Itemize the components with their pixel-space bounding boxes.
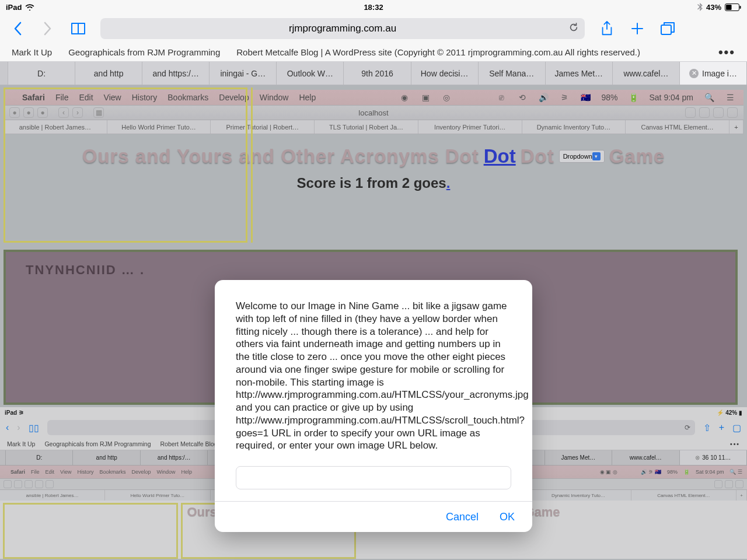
chevron-down-icon: ▾ <box>592 152 601 160</box>
score-dot-link[interactable]: . <box>446 175 451 191</box>
tile-top-left[interactable] <box>4 88 247 243</box>
hero-dropdown[interactable]: Dropdown▾ <box>559 150 605 163</box>
menu-extra-icon: ◉ <box>399 93 410 102</box>
tile-divider <box>251 88 253 243</box>
tab[interactable]: James Met… <box>546 62 613 85</box>
bookmark-item[interactable]: Geographicals from RJM Programming <box>68 47 220 57</box>
tab-active[interactable]: ✕Image i… <box>680 62 747 85</box>
alert-message: Welcome to our Image in Nine Game ... bi… <box>215 280 532 461</box>
forward-icon: › <box>17 422 20 433</box>
mac-tab: Dynamic Inventory Tuto… <box>522 120 626 134</box>
share-icon: ⇧ <box>703 422 711 433</box>
mac-tab: Canvas HTML Element… <box>626 120 729 134</box>
tab[interactable]: How decisi… <box>411 62 479 85</box>
menu-extra-icon: ◎ <box>441 93 452 102</box>
url-text: rjmprogramming.com.au <box>289 23 396 34</box>
tab-strip: D: and http and https:/… iningai - G… Ou… <box>0 62 747 85</box>
bookmarks-more-icon[interactable]: ••• <box>718 45 735 60</box>
tabs-icon: ▢ <box>732 422 741 433</box>
forward-button[interactable] <box>40 20 56 37</box>
battery-percent: 43% <box>706 3 721 12</box>
plus-icon: + <box>719 422 724 433</box>
tab[interactable]: www.cafel… <box>613 62 680 85</box>
mac-clock: Sat 9:04 pm <box>650 93 694 102</box>
tab[interactable]: and https:/… <box>142 62 210 85</box>
page-content: Safari File Edit View History Bookmarks … <box>0 85 747 560</box>
mac-right-tools <box>685 107 738 118</box>
clock: 18:32 <box>364 3 383 12</box>
mac-menu-item: Window <box>260 93 289 102</box>
javascript-prompt-dialog: Welcome to our Image in Nine Game ... bi… <box>215 280 532 532</box>
reload-icon: ⟳ <box>685 424 690 432</box>
tile-frame <box>3 503 178 559</box>
bookmarks-icon: ▯▯ <box>29 422 39 433</box>
url-bar[interactable]: rjmprogramming.com.au <box>100 18 585 39</box>
flag-icon: 🇦🇺 <box>580 93 591 102</box>
tabs-button[interactable] <box>659 20 676 37</box>
search-icon: 🔍 <box>704 93 714 102</box>
bookmarks-bar: Mark It Up Geographicals from RJM Progra… <box>0 43 747 62</box>
mac-tab-add: + <box>729 120 743 134</box>
bookmark-item[interactable]: Mark It Up <box>12 47 52 57</box>
close-icon[interactable]: ✕ <box>689 69 699 78</box>
wifi-icon <box>25 4 34 10</box>
svg-rect-2 <box>740 6 741 9</box>
display-icon: ⎚ <box>496 93 507 102</box>
safari-toolbar: rjmprogramming.com.au <box>0 14 747 43</box>
device-label: iPad <box>6 3 22 12</box>
tab[interactable]: iningai - G… <box>210 62 277 85</box>
wifi-icon: ⚞ <box>559 93 570 102</box>
hero-link[interactable]: Dot <box>484 145 516 167</box>
tile-middle-text: TNYNHCNIID … . <box>26 262 145 278</box>
bluetooth-icon <box>697 3 703 11</box>
reload-icon[interactable] <box>568 22 579 36</box>
list-icon: ☰ <box>725 93 735 102</box>
svg-rect-3 <box>661 25 671 34</box>
ok-button[interactable]: OK <box>500 511 515 523</box>
battery-icon <box>725 4 741 11</box>
timemachine-icon: ⟲ <box>517 93 528 102</box>
mac-tab: TLS Tutorial | Robert Ja… <box>315 120 418 134</box>
tab-stub[interactable] <box>0 62 8 85</box>
tab[interactable]: 9th 2016 <box>344 62 411 85</box>
alert-input[interactable] <box>236 466 511 489</box>
new-tab-button[interactable] <box>629 20 645 37</box>
cancel-button[interactable]: Cancel <box>446 511 479 523</box>
battery-icon: 🔋 <box>629 93 639 102</box>
mac-url-text: localhost <box>358 108 388 117</box>
hero-text-tail: Dot <box>521 145 554 167</box>
bookmarks-button[interactable] <box>70 20 86 37</box>
back-icon: ‹ <box>6 422 9 433</box>
hero-text-right: Game <box>609 145 665 167</box>
tab[interactable]: Self Mana… <box>479 62 546 85</box>
share-button[interactable] <box>599 20 615 37</box>
bookmark-item[interactable]: Robert Metcalfe Blog | A WordPress site … <box>236 47 640 57</box>
ios-status-bar: iPad 18:32 43% <box>0 0 747 14</box>
mac-tab: Inventory Primer Tutori… <box>418 120 522 134</box>
svg-rect-1 <box>726 5 732 10</box>
mac-menu-item: Help <box>299 93 316 102</box>
back-button[interactable] <box>9 20 26 37</box>
menu-extra-icon: ▣ <box>420 93 431 102</box>
tab[interactable]: D: <box>8 62 75 85</box>
volume-icon: 🔊 <box>538 93 549 102</box>
tab[interactable]: and http <box>75 62 142 85</box>
mac-battery-pct: 98% <box>601 93 617 102</box>
tab[interactable]: Outlook W… <box>277 62 344 85</box>
